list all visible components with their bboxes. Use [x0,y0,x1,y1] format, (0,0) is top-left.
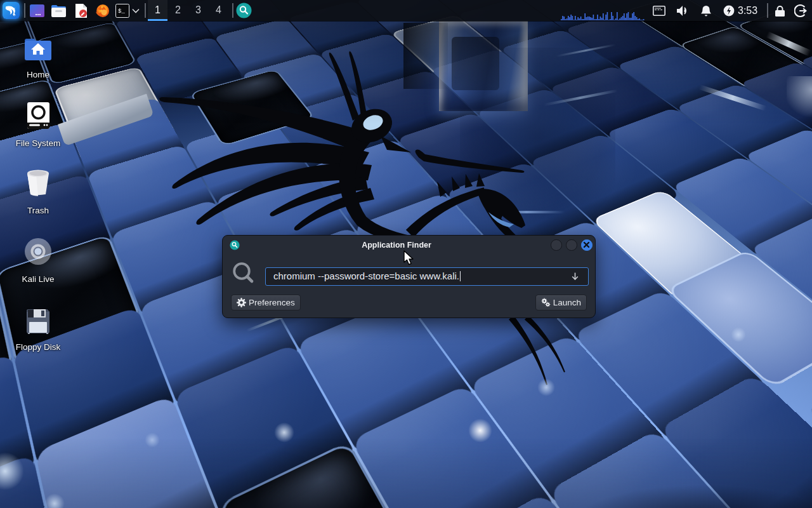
svg-text:$_: $_ [118,8,125,15]
